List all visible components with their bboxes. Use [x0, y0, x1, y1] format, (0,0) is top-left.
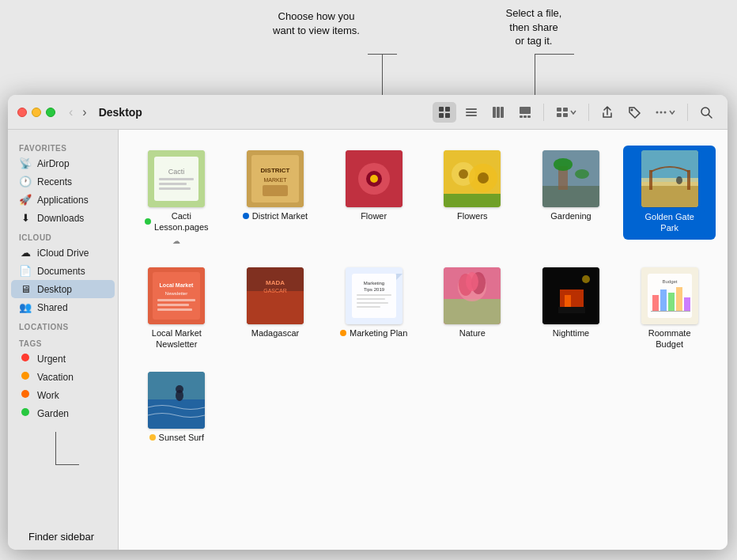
- file-thumb-local: Local Market Newsletter: [148, 267, 205, 324]
- downloads-icon: ⬇: [19, 212, 32, 224]
- file-item-local[interactable]: Local Market Newsletter Local MarketNews…: [130, 263, 223, 355]
- sidebar-item-airdrop[interactable]: 📡 AirDrop: [11, 154, 115, 172]
- sidebar-item-icloud[interactable]: ☁ iCloud Drive: [11, 244, 115, 262]
- svg-rect-81: [444, 299, 501, 324]
- svg-rect-75: [357, 294, 391, 296]
- svg-rect-12: [523, 115, 527, 118]
- sidebar-item-vacation[interactable]: Vacation: [11, 368, 115, 386]
- minimize-button[interactable]: [32, 108, 41, 117]
- svg-rect-97: [676, 287, 682, 311]
- file-item-flowers[interactable]: Flowers: [426, 146, 519, 226]
- urgent-dot: [19, 353, 32, 365]
- file-name-flower: Flower: [361, 210, 387, 221]
- svg-point-20: [660, 111, 663, 113]
- share-button[interactable]: [595, 102, 619, 123]
- search-button[interactable]: [694, 102, 718, 123]
- garden-dot: [19, 407, 32, 419]
- vacation-dot: [19, 371, 32, 383]
- maximize-button[interactable]: [46, 108, 55, 117]
- svg-rect-99: [651, 311, 690, 312]
- recents-label: Recents: [37, 176, 107, 187]
- view-columns-button[interactable]: [486, 102, 510, 123]
- svg-point-27: [21, 408, 29, 416]
- file-thumb-flowers: [444, 150, 501, 207]
- svg-rect-78: [357, 306, 380, 308]
- sidebar-item-urgent[interactable]: Urgent: [11, 350, 115, 368]
- view-list-button[interactable]: [459, 102, 483, 123]
- airdrop-icon: 📡: [19, 157, 32, 169]
- sidebar-item-desktop[interactable]: 🖥 Desktop: [11, 280, 115, 298]
- annotation-line-choose: [382, 54, 383, 95]
- file-item-sunset[interactable]: Sunset Surf: [130, 367, 223, 448]
- close-button[interactable]: [17, 108, 27, 117]
- svg-rect-50: [542, 186, 599, 207]
- sidebar-item-applications[interactable]: 🚀 Applications: [11, 191, 115, 209]
- annotation-line-choose-h: [368, 54, 397, 55]
- work-label: Work: [37, 390, 107, 401]
- vacation-label: Vacation: [37, 372, 107, 383]
- file-item-district[interactable]: DISTRICT MARKET District Market: [229, 146, 322, 226]
- file-item-madagascar[interactable]: MADA GASCAR Madagascar: [229, 263, 322, 343]
- svg-rect-77: [357, 302, 388, 304]
- svg-point-21: [664, 111, 667, 113]
- file-item-gardening[interactable]: Gardening: [525, 146, 618, 226]
- file-item-nighttime[interactable]: Nighttime: [525, 263, 618, 343]
- file-item-nature[interactable]: Nature: [426, 263, 519, 343]
- tag-button[interactable]: [622, 102, 646, 123]
- file-thumb-flower: [346, 150, 403, 207]
- file-item-marketing[interactable]: Marketing Tips 2019 Marketing Plan: [327, 263, 420, 343]
- applications-label: Applications: [37, 195, 107, 206]
- svg-text:MADA: MADA: [266, 279, 285, 286]
- favorites-label: Favorites: [8, 138, 118, 154]
- svg-rect-15: [563, 108, 568, 112]
- file-thumb-gardening: [542, 150, 599, 207]
- svg-text:GASCAR: GASCAR: [263, 288, 287, 293]
- forward-button[interactable]: ›: [78, 104, 90, 121]
- icloud-icon: ☁: [19, 247, 32, 259]
- cloud-icon-cacti: ☁: [172, 236, 180, 245]
- file-name-row-marketing: Marketing Plan: [340, 327, 407, 339]
- view-icon-button[interactable]: [433, 102, 456, 123]
- svg-point-42: [370, 175, 378, 183]
- file-name-golden: Golden Gate Park: [634, 210, 705, 235]
- tag-dot-cacti: [145, 218, 151, 225]
- svg-point-46: [459, 169, 468, 179]
- main-area: Favorites 📡 AirDrop 🕐 Recents 🚀 Applicat…: [8, 130, 728, 550]
- applications-icon: 🚀: [19, 194, 32, 206]
- svg-rect-8: [497, 107, 500, 118]
- group-button[interactable]: [550, 102, 582, 123]
- icloud-label: iCloud: [8, 227, 118, 244]
- sidebar-item-documents[interactable]: 📄 Documents: [11, 262, 115, 280]
- svg-rect-32: [159, 183, 187, 185]
- sidebar-item-shared[interactable]: 👥 Shared: [11, 298, 115, 316]
- documents-icon: 📄: [19, 265, 32, 277]
- file-name-madagascar: Madagascar: [251, 327, 300, 339]
- annotation-line-sidebar: [55, 432, 56, 465]
- urgent-label: Urgent: [37, 354, 107, 365]
- shared-icon: 👥: [19, 301, 32, 313]
- svg-rect-4: [466, 108, 477, 110]
- annotation-line-share: [535, 54, 535, 95]
- file-item-flower[interactable]: Flower: [327, 146, 420, 226]
- sidebar-item-work[interactable]: Work: [11, 386, 115, 404]
- svg-rect-61: [153, 272, 200, 320]
- back-button[interactable]: ‹: [65, 104, 77, 121]
- svg-point-24: [21, 354, 29, 361]
- svg-rect-58: [687, 170, 690, 190]
- file-item-roommate[interactable]: Budget RoommateBudget: [623, 263, 716, 355]
- sidebar-item-garden[interactable]: Garden: [11, 404, 115, 422]
- more-button[interactable]: [649, 102, 681, 123]
- svg-rect-2: [439, 113, 444, 118]
- tags-label: Tags: [8, 333, 118, 350]
- svg-rect-33: [159, 187, 191, 190]
- sidebar-item-downloads[interactable]: ⬇ Downloads: [11, 209, 115, 227]
- file-item-golden[interactable]: Golden Gate Park: [623, 146, 716, 240]
- svg-rect-13: [527, 115, 531, 118]
- view-gallery-button[interactable]: [513, 102, 537, 123]
- svg-rect-95: [660, 289, 667, 311]
- file-name-flowers: Flowers: [457, 210, 488, 221]
- sidebar-item-recents[interactable]: 🕐 Recents: [11, 172, 115, 191]
- file-name-row-district: District Market: [243, 210, 308, 221]
- file-item-cacti[interactable]: Cacti CactiLesson.pages ☁: [130, 146, 223, 250]
- svg-point-26: [21, 390, 29, 398]
